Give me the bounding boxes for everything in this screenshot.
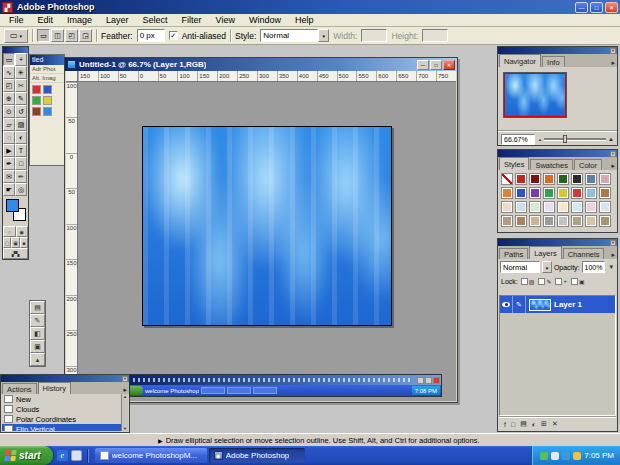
- tray-icon[interactable]: [540, 452, 548, 460]
- gradient-tool[interactable]: ▨: [15, 118, 27, 131]
- tool-preset-button[interactable]: ▭ ▾: [4, 29, 28, 43]
- tab-history[interactable]: History: [38, 382, 71, 394]
- style-swatch[interactable]: [585, 173, 597, 185]
- panel-menu-icon[interactable]: ▸: [609, 59, 617, 67]
- pen-tool[interactable]: ✒: [3, 157, 15, 170]
- tab-channels[interactable]: Channels: [563, 248, 605, 259]
- style-dropdown[interactable]: Normal ▾: [260, 29, 329, 42]
- panel-menu-icon[interactable]: ▸: [609, 251, 617, 259]
- zoom-input[interactable]: 66.67%: [501, 134, 535, 145]
- feather-input[interactable]: 0 px: [137, 29, 165, 42]
- palette-icon[interactable]: ▤: [30, 301, 45, 314]
- canvas[interactable]: [142, 126, 392, 326]
- crop-tool[interactable]: ◰: [3, 79, 15, 92]
- layer-mask-icon[interactable]: □: [511, 421, 515, 428]
- intersect-selection-button[interactable]: ◲: [79, 29, 92, 42]
- lock-checkbox[interactable]: [521, 278, 528, 285]
- opacity-arrow-icon[interactable]: ▾: [607, 263, 615, 271]
- anti-aliased-checkbox[interactable]: ✓: [169, 31, 178, 40]
- style-swatch[interactable]: [585, 187, 597, 199]
- mini-maximize-button[interactable]: [425, 377, 432, 384]
- scroll-up-icon[interactable]: ▲: [123, 394, 127, 399]
- minimize-button[interactable]: —: [575, 2, 588, 13]
- height-input[interactable]: [422, 29, 448, 42]
- app-titlebar[interactable]: ▞ Adobe Photoshop — □ ✕: [0, 0, 620, 14]
- background-window-title[interactable]: tled: [30, 55, 64, 65]
- magic-wand-tool[interactable]: ✳: [15, 66, 27, 79]
- tray-icon[interactable]: [562, 452, 570, 460]
- mini-swatch[interactable]: [43, 96, 52, 105]
- horizontal-ruler[interactable]: 1501005005010015020025030035040045050055…: [78, 71, 456, 82]
- history-scrollbar[interactable]: ▲ ▼: [121, 394, 128, 431]
- style-swatch[interactable]: [557, 201, 569, 213]
- style-swatch[interactable]: [543, 173, 555, 185]
- visibility-cell[interactable]: [500, 296, 513, 313]
- style-swatch[interactable]: [571, 187, 583, 199]
- tab-layers[interactable]: Layers: [529, 246, 562, 259]
- menu-item[interactable]: Select: [136, 15, 175, 25]
- style-swatch[interactable]: [543, 187, 555, 199]
- eraser-tool[interactable]: ▱: [3, 118, 15, 131]
- panel-close-icon[interactable]: ✕: [610, 151, 616, 157]
- dropdown-arrow-icon[interactable]: ▾: [542, 261, 552, 273]
- lock-checkbox[interactable]: [571, 278, 578, 285]
- style-swatch[interactable]: [571, 201, 583, 213]
- menu-item[interactable]: Help: [288, 15, 321, 25]
- opacity-input[interactable]: 100%: [582, 261, 606, 273]
- mini-swatch[interactable]: [43, 107, 52, 116]
- style-swatch[interactable]: [515, 215, 527, 227]
- internet-explorer-icon[interactable]: e: [57, 450, 68, 461]
- style-swatch[interactable]: [543, 215, 555, 227]
- style-swatch[interactable]: [515, 201, 527, 213]
- healing-brush-tool[interactable]: ⊕: [3, 92, 15, 105]
- path-selection-tool[interactable]: ▶: [3, 144, 15, 157]
- zoom-slider-track[interactable]: [544, 138, 606, 140]
- hand-tool[interactable]: ☛: [3, 183, 15, 196]
- menu-item[interactable]: Filter: [175, 15, 209, 25]
- minimized-document-window[interactable]: welcome Photoshop 7:08 PM: [129, 374, 442, 397]
- style-swatch[interactable]: [585, 201, 597, 213]
- maximize-button[interactable]: □: [590, 2, 603, 13]
- tab-paths[interactable]: Paths: [499, 248, 528, 259]
- history-item-selected[interactable]: Flip Vertical: [2, 424, 121, 431]
- history-item[interactable]: New: [2, 394, 121, 404]
- full-screen-menu-button[interactable]: ▣: [11, 237, 19, 248]
- add-to-selection-button[interactable]: ◫: [51, 29, 64, 42]
- layers-grab-bar[interactable]: ✕: [498, 239, 617, 246]
- brush-tool[interactable]: ✎: [15, 92, 27, 105]
- clone-stamp-tool[interactable]: ⊙: [3, 105, 15, 118]
- background-document-window[interactable]: tled Adr Phot Alt. Imag: [29, 54, 65, 166]
- layer-row[interactable]: ✎ Layer 1: [500, 296, 615, 313]
- menu-item[interactable]: Layer: [99, 15, 136, 25]
- palette-icon[interactable]: ✎: [30, 314, 45, 327]
- layer-effects-icon[interactable]: f: [504, 421, 506, 428]
- style-swatch[interactable]: [501, 187, 513, 199]
- zoom-slider-thumb[interactable]: [563, 135, 567, 143]
- document-titlebar[interactable]: Untitled-1 @ 66.7% (Layer 1,RGB) — □ ✕: [65, 58, 457, 71]
- style-swatch[interactable]: [501, 215, 513, 227]
- mini-swatch[interactable]: [43, 85, 52, 94]
- style-swatch[interactable]: [501, 173, 513, 185]
- menu-item[interactable]: View: [209, 15, 242, 25]
- style-swatch[interactable]: [529, 201, 541, 213]
- vertical-ruler[interactable]: 10050050100150200250300: [66, 82, 78, 401]
- zoom-tool[interactable]: ◎: [15, 183, 27, 196]
- standard-screen-button[interactable]: ▢: [3, 237, 11, 248]
- scroll-down-icon[interactable]: ▼: [123, 426, 127, 431]
- style-swatch[interactable]: [515, 187, 527, 199]
- style-swatch[interactable]: [599, 201, 611, 213]
- blur-tool[interactable]: ◌: [3, 131, 15, 144]
- tab-color[interactable]: Color: [574, 159, 602, 170]
- panel-close-icon[interactable]: ✕: [122, 376, 128, 382]
- eyedropper-tool[interactable]: ✏: [15, 170, 27, 183]
- foreground-color-swatch[interactable]: [6, 199, 19, 212]
- lock-checkbox[interactable]: [555, 278, 562, 285]
- rectangular-marquee-tool[interactable]: ▭: [3, 53, 15, 66]
- taskbar-button-photoshop[interactable]: ◉ Adobe Photoshop: [209, 448, 305, 463]
- palette-icon[interactable]: ▣: [30, 340, 45, 353]
- adjustment-layer-icon[interactable]: ◐: [532, 421, 536, 428]
- navigator-thumbnail[interactable]: [503, 72, 567, 118]
- blend-mode-select[interactable]: Normal: [500, 261, 540, 273]
- style-swatch[interactable]: [529, 187, 541, 199]
- navigator-grab-bar[interactable]: ✕: [498, 47, 617, 54]
